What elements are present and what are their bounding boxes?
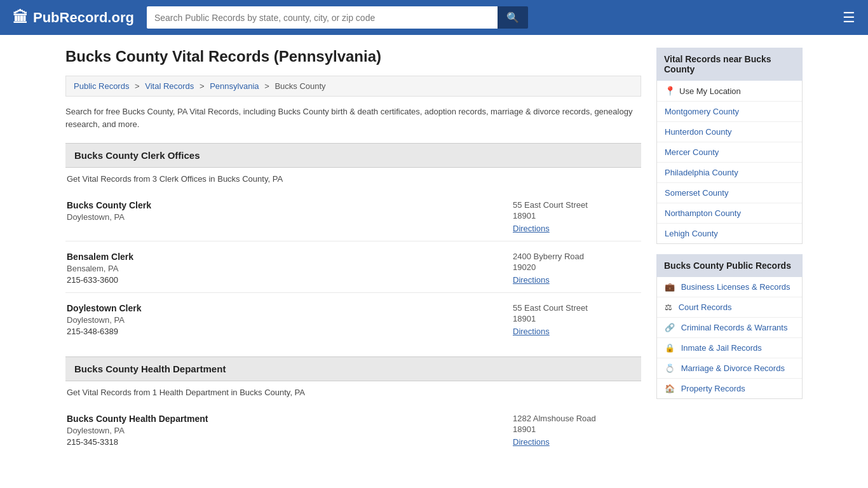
clerk-offices-header: Bucks County Clerk Offices — [65, 143, 641, 168]
site-header: 🏛 PubRecord.org 🔍 ☰ — [0, 0, 868, 35]
clerk-entry-3-name: Doylestown Clerk — [67, 303, 141, 313]
clerk-entry-2: Bensalem Clerk Bensalem, PA 215-633-3600… — [65, 244, 641, 293]
clerk-entry-2-city: Bensalem, PA — [67, 264, 133, 273]
somerset-county-link[interactable]: Somerset County — [665, 188, 728, 198]
clerk-entry-2-right: 2400 Byberry Road 19020 Directions — [513, 252, 640, 285]
clerk-entry-3: Doylestown Clerk Doylestown, PA 215-348-… — [65, 295, 641, 344]
clerk-entry-3-zip: 18901 — [513, 314, 640, 323]
clerk-entry-2-name: Bensalem Clerk — [67, 252, 133, 262]
sidebar-public-list: 💼 Business Licenses & Records ⚖ Court Re… — [656, 277, 803, 399]
sidebar-item-property[interactable]: 🏠 Property Records — [657, 379, 802, 398]
breadcrumb-pennsylvania[interactable]: Pennsylvania — [210, 81, 259, 91]
clerk-offices-subtext: Get Vital Records from 3 Clerk Offices i… — [65, 174, 641, 184]
clerk-offices-block: Bucks County Clerk Offices Get Vital Rec… — [65, 143, 641, 344]
sidebar-item-somerset[interactable]: Somerset County — [657, 183, 802, 203]
health-entry-1-left: Bucks County Health Department Doylestow… — [67, 414, 208, 447]
breadcrumb-sep-2: > — [200, 81, 207, 91]
breadcrumb-public-records[interactable]: Public Records — [74, 81, 129, 91]
location-icon: 📍 — [665, 86, 675, 96]
clerk-entry-2-left: Bensalem Clerk Bensalem, PA 215-633-3600 — [67, 252, 133, 285]
clerk-entry-3-phone: 215-348-6389 — [67, 327, 141, 336]
sidebar-item-montgomery[interactable]: Montgomery County — [657, 102, 802, 122]
property-icon: 🏠 — [665, 384, 675, 393]
search-bar: 🔍 — [147, 6, 528, 29]
intro-text: Search for free Bucks County, PA Vital R… — [65, 105, 641, 130]
clerk-entry-3-left: Doylestown Clerk Doylestown, PA 215-348-… — [67, 303, 141, 336]
health-dept-block: Bucks County Health Department Get Vital… — [65, 356, 641, 454]
sidebar-item-inmate[interactable]: 🔒 Inmate & Jail Records — [657, 338, 802, 358]
health-dept-subtext: Get Vital Records from 1 Health Departme… — [65, 388, 641, 397]
main-container: Bucks County Vital Records (Pennsylvania… — [53, 35, 815, 480]
sidebar-public-title: Bucks County Public Records — [656, 254, 803, 277]
clerk-entry-1-zip: 18901 — [513, 211, 640, 220]
lehigh-county-link[interactable]: Lehigh County — [665, 229, 718, 238]
search-input[interactable] — [147, 6, 498, 29]
health-entry-1-directions[interactable]: Directions — [513, 437, 550, 447]
criminal-icon: 🔗 — [665, 323, 675, 332]
health-entry-1-name: Bucks County Health Department — [67, 414, 208, 424]
clerk-entry-1-address: 55 East Court Street — [513, 200, 640, 210]
content-area: Bucks County Vital Records (Pennsylvania… — [65, 48, 641, 467]
sidebar-item-hunterdon[interactable]: Hunterdon County — [657, 122, 802, 142]
business-records-link[interactable]: Business Licenses & Records — [681, 282, 790, 292]
logo-text: PubRecord.org — [33, 10, 134, 26]
sidebar-item-northampton[interactable]: Northampton County — [657, 203, 802, 224]
inmate-records-link[interactable]: Inmate & Jail Records — [681, 343, 762, 353]
health-dept-header: Bucks County Health Department — [65, 356, 641, 381]
marriage-icon: 💍 — [665, 363, 675, 373]
sidebar-vital-list: 📍 Use My Location Montgomery County Hunt… — [656, 81, 803, 244]
page-title: Bucks County Vital Records (Pennsylvania… — [65, 48, 641, 65]
logo-icon: 🏛 — [13, 9, 28, 27]
northampton-county-link[interactable]: Northampton County — [665, 208, 741, 218]
sidebar-public-records: Bucks County Public Records 💼 Business L… — [656, 254, 803, 399]
inmate-icon: 🔒 — [665, 343, 675, 353]
clerk-entry-1-city: Doylestown, PA — [67, 212, 151, 222]
sidebar-item-business[interactable]: 💼 Business Licenses & Records — [657, 277, 802, 297]
criminal-records-link[interactable]: Criminal Records & Warrants — [681, 323, 788, 332]
health-entry-1-phone: 215-345-3318 — [67, 437, 208, 447]
sidebar-vital-title: Vital Records near Bucks County — [656, 48, 803, 81]
philadelphia-county-link[interactable]: Philadelphia County — [665, 168, 738, 177]
marriage-records-link[interactable]: Marriage & Divorce Records — [681, 363, 785, 373]
hunterdon-county-link[interactable]: Hunterdon County — [665, 127, 732, 137]
sidebar-item-criminal[interactable]: 🔗 Criminal Records & Warrants — [657, 318, 802, 338]
breadcrumb: Public Records > Vital Records > Pennsyl… — [65, 76, 641, 97]
health-entry-1-right: 1282 Almshouse Road 18901 Directions — [513, 414, 640, 447]
clerk-entry-1-directions[interactable]: Directions — [513, 224, 550, 233]
breadcrumb-vital-records[interactable]: Vital Records — [145, 81, 194, 91]
clerk-entry-3-address: 55 East Court Street — [513, 303, 640, 313]
court-icon: ⚖ — [665, 302, 672, 312]
court-records-link[interactable]: Court Records — [679, 302, 732, 312]
sidebar-item-marriage[interactable]: 💍 Marriage & Divorce Records — [657, 358, 802, 379]
montgomery-county-link[interactable]: Montgomery County — [665, 107, 739, 116]
sidebar-item-court[interactable]: ⚖ Court Records — [657, 297, 802, 318]
site-logo[interactable]: 🏛 PubRecord.org — [13, 9, 134, 27]
clerk-entry-2-address: 2400 Byberry Road — [513, 252, 640, 261]
clerk-entry-3-city: Doylestown, PA — [67, 315, 141, 325]
property-records-link[interactable]: Property Records — [681, 384, 745, 393]
clerk-entry-3-right: 55 East Court Street 18901 Directions — [513, 303, 640, 336]
health-entry-1-zip: 18901 — [513, 424, 640, 434]
use-location-label: Use My Location — [679, 86, 741, 96]
health-entry-1-city: Doylestown, PA — [67, 426, 208, 435]
clerk-entry-2-phone: 215-633-3600 — [67, 275, 133, 285]
search-button[interactable]: 🔍 — [498, 6, 528, 29]
hamburger-button[interactable]: ☰ — [843, 10, 855, 26]
sidebar-item-philadelphia[interactable]: Philadelphia County — [657, 163, 802, 183]
breadcrumb-sep-1: > — [135, 81, 142, 91]
clerk-entry-1-name: Bucks County Clerk — [67, 200, 151, 210]
breadcrumb-bucks-county: Bucks County — [275, 81, 325, 91]
clerk-entry-1-left: Bucks County Clerk Doylestown, PA — [67, 200, 151, 224]
sidebar-item-mercer[interactable]: Mercer County — [657, 142, 802, 163]
sidebar-item-lehigh[interactable]: Lehigh County — [657, 224, 802, 243]
mercer-county-link[interactable]: Mercer County — [665, 147, 719, 157]
clerk-entry-1-right: 55 East Court Street 18901 Directions — [513, 200, 640, 233]
sidebar-use-location[interactable]: 📍 Use My Location — [657, 81, 802, 102]
clerk-entry-2-directions[interactable]: Directions — [513, 275, 550, 285]
sidebar-vital-records: Vital Records near Bucks County 📍 Use My… — [656, 48, 803, 244]
clerk-entry-1: Bucks County Clerk Doylestown, PA 55 Eas… — [65, 193, 641, 241]
business-icon: 💼 — [665, 282, 675, 292]
clerk-entry-3-directions[interactable]: Directions — [513, 327, 550, 336]
clerk-entry-2-zip: 19020 — [513, 262, 640, 272]
sidebar: Vital Records near Bucks County 📍 Use My… — [656, 48, 803, 467]
